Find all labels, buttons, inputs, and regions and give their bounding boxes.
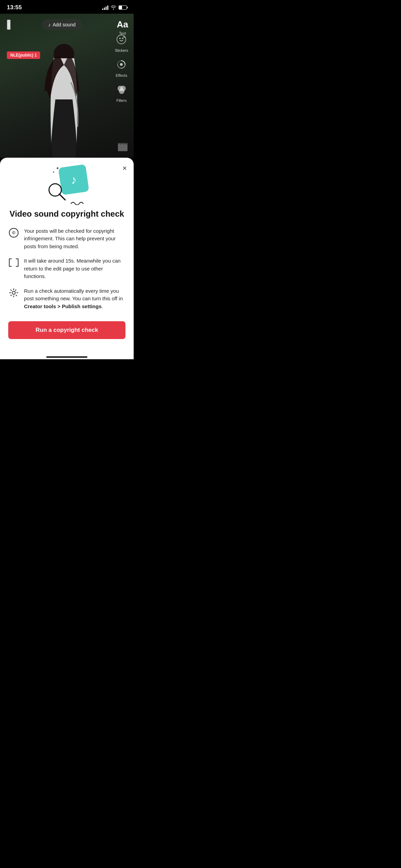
brackets-icon bbox=[8, 257, 19, 268]
effects-label: Effects bbox=[116, 73, 127, 77]
video-preview: ‹ ♪ Add sound Aa Text Stickers bbox=[0, 14, 134, 158]
sparkle-icon-3: ✦ bbox=[52, 171, 55, 174]
status-bar: 13:55 bbox=[0, 0, 134, 14]
stickers-tool[interactable]: Stickers bbox=[115, 34, 128, 52]
info-text-settings: Run a check automatically every time you… bbox=[24, 287, 125, 311]
svg-point-16 bbox=[12, 291, 15, 294]
svg-point-4 bbox=[122, 38, 123, 39]
svg-line-15 bbox=[59, 194, 65, 200]
info-item-timer: It will take around 15s. Meanwhile you c… bbox=[8, 257, 125, 280]
info-list: © Your posts will be checked for copyrig… bbox=[8, 227, 125, 311]
svg-point-5 bbox=[120, 63, 123, 66]
copyright-icon: © bbox=[8, 227, 19, 238]
top-toolbar: ‹ ♪ Add sound bbox=[0, 14, 134, 36]
info-text-timer: It will take around 15s. Meanwhile you c… bbox=[24, 257, 125, 280]
wifi-icon bbox=[110, 5, 117, 11]
run-copyright-check-button[interactable]: Run a copyright check bbox=[8, 321, 125, 339]
squiggle-icon bbox=[70, 200, 84, 206]
text-tool-icon: Aa bbox=[117, 19, 128, 30]
add-sound-button[interactable]: ♪ Add sound bbox=[42, 19, 82, 30]
nle-badge: NLE(public) 1 bbox=[7, 51, 40, 59]
stickers-icon bbox=[116, 34, 126, 47]
battery-icon bbox=[119, 5, 127, 10]
music-note-icon: ♪ bbox=[48, 22, 51, 27]
svg-point-2 bbox=[117, 35, 126, 44]
filters-icon bbox=[116, 84, 126, 97]
illustration: ✦ ✦ ✦ ♪ bbox=[8, 166, 125, 204]
close-button[interactable]: × bbox=[122, 165, 127, 172]
info-item-copyright: © Your posts will be checked for copyrig… bbox=[8, 227, 125, 251]
right-tools: Stickers Effects bbox=[115, 34, 128, 103]
info-item-settings: Run a check automatically every time you… bbox=[8, 287, 125, 311]
status-time: 13:55 bbox=[7, 4, 22, 11]
add-sound-label: Add sound bbox=[53, 22, 76, 27]
home-indicator bbox=[0, 353, 134, 359]
bottom-sheet: × ✦ ✦ ✦ ♪ bbox=[0, 158, 134, 353]
clapper-icon bbox=[117, 141, 128, 154]
svg-point-3 bbox=[119, 38, 121, 39]
filters-label: Filters bbox=[116, 98, 126, 103]
settings-icon bbox=[8, 287, 19, 298]
signal-icon bbox=[102, 5, 108, 10]
filters-tool[interactable]: Filters bbox=[116, 84, 126, 103]
svg-rect-9 bbox=[118, 144, 127, 151]
home-bar bbox=[46, 356, 87, 358]
svg-point-8 bbox=[119, 88, 124, 94]
back-button[interactable]: ‹ bbox=[7, 20, 11, 30]
sheet-title: Video sound copyright check bbox=[8, 209, 125, 219]
status-icons bbox=[102, 5, 127, 11]
magnify-icon bbox=[46, 182, 67, 204]
text-tool[interactable]: Aa Text bbox=[117, 19, 128, 35]
effects-icon bbox=[116, 59, 126, 72]
stickers-label: Stickers bbox=[115, 48, 128, 52]
info-text-copyright: Your posts will be checked for copyright… bbox=[24, 227, 125, 251]
person-silhouette bbox=[35, 31, 93, 158]
effects-tool[interactable]: Effects bbox=[116, 59, 127, 77]
